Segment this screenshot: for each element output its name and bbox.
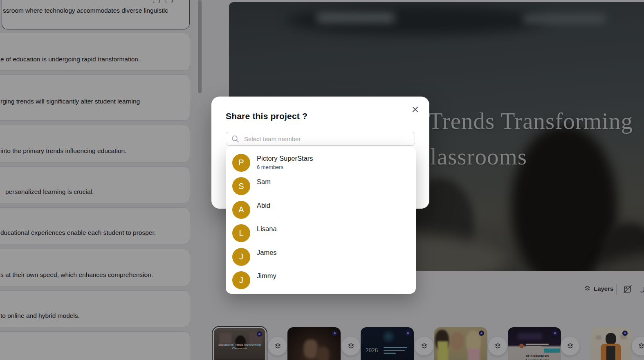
member-option[interactable]: L Lisana <box>226 222 416 245</box>
member-name: Sam <box>257 177 271 186</box>
avatar: L <box>232 224 250 242</box>
member-name: Pictory SuperStars <box>257 154 313 163</box>
avatar: A <box>232 201 250 219</box>
avatar: S <box>232 177 250 195</box>
member-count: 6 members <box>257 164 313 171</box>
app-window: ssroom where technology accommodates div… <box>0 0 644 360</box>
close-icon <box>411 106 419 113</box>
member-name: Jimmy <box>257 271 276 280</box>
member-option[interactable]: J Jimmy <box>226 269 416 292</box>
avatar: J <box>232 271 250 289</box>
team-member-dropdown: P Pictory SuperStars 6 members S Sam A A… <box>226 146 416 294</box>
member-name: Lisana <box>257 224 277 233</box>
avatar: P <box>232 154 250 172</box>
member-option[interactable]: J James <box>226 245 416 269</box>
avatar: J <box>232 248 250 266</box>
modal-title: Share this project ? <box>226 111 429 121</box>
member-option[interactable]: A Abid <box>226 198 416 222</box>
member-option[interactable]: S Sam <box>226 175 416 198</box>
member-name: Abid <box>257 201 270 210</box>
member-option[interactable]: P Pictory SuperStars 6 members <box>226 151 416 175</box>
close-button[interactable] <box>410 104 420 115</box>
search-input[interactable] <box>226 132 415 146</box>
member-name: James <box>257 248 277 257</box>
team-member-search <box>226 132 415 146</box>
search-icon <box>231 135 240 143</box>
